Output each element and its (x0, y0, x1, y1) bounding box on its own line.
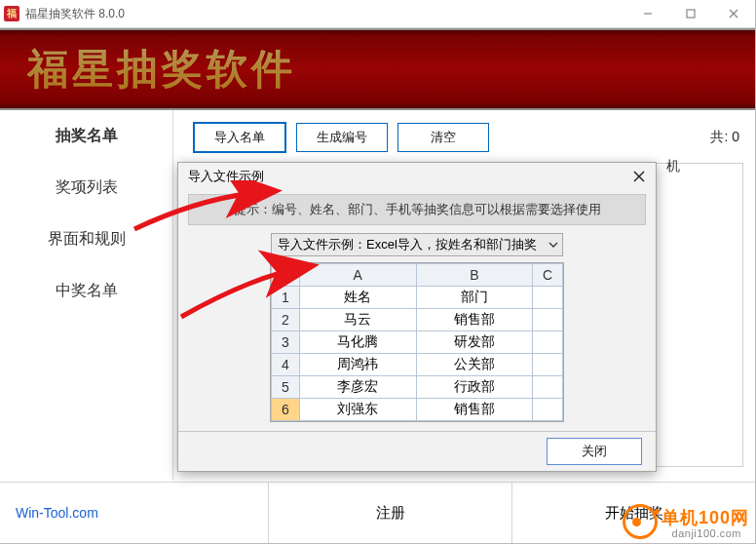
excel-cell (533, 376, 563, 399)
excel-cell (533, 354, 563, 376)
sidebar-item-winner-list[interactable]: 中奖名单 (0, 265, 172, 317)
sidebar-item-label: 界面和规则 (48, 229, 126, 250)
clear-button[interactable]: 清空 (397, 123, 489, 152)
generate-code-button[interactable]: 生成编号 (296, 123, 388, 152)
excel-row-number: 6 (272, 399, 300, 421)
excel-cell: 部门 (416, 287, 533, 309)
table-row: 5李彦宏行政部 (272, 376, 563, 399)
example-select[interactable]: 导入文件示例：Excel导入，按姓名和部门抽奖 (271, 233, 563, 256)
table-row: 6刘强东销售部 (272, 399, 563, 421)
excel-corner (272, 264, 300, 287)
excel-cell (533, 331, 563, 354)
window-title: 福星抽奖软件 8.0.0 (25, 6, 125, 22)
watermark-logo-icon (623, 504, 658, 539)
dialog-hint: 提示：编号、姓名、部门、手机等抽奖信息可以根据需要选择使用 (188, 194, 646, 225)
excel-cell: 行政部 (416, 376, 533, 399)
sidebar-item-prize-list[interactable]: 奖项列表 (0, 162, 172, 214)
svg-rect-1 (687, 10, 695, 18)
excel-row-number: 2 (272, 309, 300, 331)
excel-row-number: 4 (272, 354, 300, 376)
table-row: 3马化腾研发部 (272, 331, 563, 354)
sidebar-item-ui-rules[interactable]: 界面和规则 (0, 214, 172, 265)
sidebar: 抽奖名单 奖项列表 界面和规则 中奖名单 (0, 110, 173, 481)
excel-header-row: A B C (272, 264, 563, 287)
excel-col-b: B (416, 264, 533, 287)
register-button[interactable]: 注册 (269, 483, 512, 543)
excel-cell: 姓名 (300, 287, 417, 309)
table-row: 1姓名部门 (272, 287, 563, 309)
close-window-button[interactable] (712, 0, 755, 27)
maximize-button[interactable] (669, 0, 712, 27)
sidebar-item-label: 抽奖名单 (56, 126, 118, 146)
watermark: 单机100网 danji100.com (623, 504, 749, 539)
app-banner: 福星抽奖软件 (0, 28, 755, 110)
total-count: 共: 0 (710, 129, 739, 146)
excel-cell: 销售部 (416, 309, 533, 331)
sidebar-item-label: 中奖名单 (56, 281, 118, 301)
watermark-domain: danji100.com (672, 527, 741, 539)
chevron-down-icon (548, 238, 558, 253)
toolbar: 导入名单 生成编号 清空 共: 0 (193, 118, 743, 157)
sidebar-item-lottery-list[interactable]: 抽奖名单 (0, 110, 172, 162)
table-row: 2马云销售部 (272, 309, 563, 331)
dialog-close-btn[interactable]: 关闭 (547, 438, 642, 465)
import-list-button[interactable]: 导入名单 (193, 122, 286, 153)
dialog-titlebar: 导入文件示例 (178, 163, 656, 190)
excel-row-number: 3 (272, 331, 300, 354)
excel-cell: 马化腾 (300, 331, 417, 354)
window-titlebar: 福 福星抽奖软件 8.0.0 (0, 0, 755, 28)
dialog-title: 导入文件示例 (188, 168, 264, 185)
excel-row-number: 5 (272, 376, 300, 399)
app-icon: 福 (4, 6, 19, 21)
excel-preview: A B C 1姓名部门2马云销售部3马化腾研发部4周鸿祎公关部5李彦宏行政部6刘… (270, 262, 564, 422)
excel-cell: 李彦宏 (300, 376, 417, 399)
excel-cell (533, 287, 563, 309)
sidebar-item-label: 奖项列表 (56, 177, 118, 198)
excel-cell: 马云 (300, 309, 417, 331)
excel-col-a: A (300, 264, 417, 287)
example-select-value: 导入文件示例：Excel导入，按姓名和部门抽奖 (278, 236, 537, 253)
dialog-close-button[interactable] (628, 166, 650, 187)
table-row: 4周鸿祎公关部 (272, 354, 563, 376)
excel-cell (533, 309, 563, 331)
excel-cell: 销售部 (416, 399, 533, 421)
list-column-fragment: 机 (666, 158, 680, 175)
watermark-brand: 单机100网 (662, 508, 749, 527)
excel-cell: 研发部 (416, 331, 533, 354)
excel-col-c: C (533, 264, 563, 287)
excel-cell (533, 399, 563, 421)
excel-cell: 公关部 (416, 354, 533, 376)
footer-link[interactable]: Win-Tool.com (0, 483, 269, 543)
minimize-button[interactable] (626, 0, 669, 27)
dialog-footer: 关闭 (178, 431, 656, 471)
import-example-dialog: 导入文件示例 提示：编号、姓名、部门、手机等抽奖信息可以根据需要选择使用 导入文… (177, 162, 657, 472)
excel-cell: 周鸿祎 (300, 354, 417, 376)
banner-title: 福星抽奖软件 (27, 42, 296, 97)
excel-row-number: 1 (272, 287, 300, 309)
excel-cell: 刘强东 (300, 399, 417, 421)
